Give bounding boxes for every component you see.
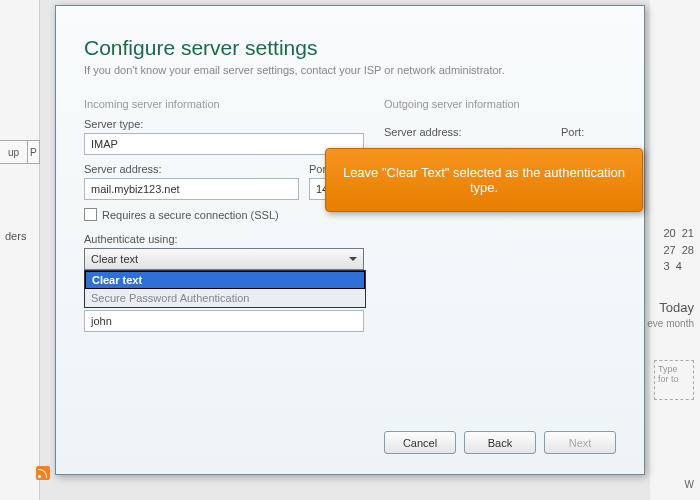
bg-text-ders: ders xyxy=(0,230,26,242)
outgoing-column: Outgoing server information Server addre… xyxy=(384,98,616,332)
server-address-field[interactable] xyxy=(84,178,299,200)
bg-tab-up: up xyxy=(0,140,28,164)
configure-server-dialog: Configure server settings If you don't k… xyxy=(55,5,645,475)
calendar-fragment: 2021 2728 34 xyxy=(664,225,695,275)
server-type-label: Server type: xyxy=(84,118,364,130)
dropdown-item-spa[interactable]: Secure Password Authentication xyxy=(85,289,365,307)
dropdown-item-clear-text[interactable]: Clear text xyxy=(85,271,365,289)
today-heading: Today xyxy=(659,300,694,315)
server-address-label: Server address: xyxy=(84,163,299,175)
authenticate-dropdown[interactable]: Clear text Clear text Secure Password Au… xyxy=(84,248,364,270)
rss-icon xyxy=(36,466,50,480)
background-sidebar-left xyxy=(0,0,40,500)
out-port-label: Port: xyxy=(561,126,616,138)
dialog-title: Configure server settings xyxy=(84,36,616,60)
chevron-down-icon xyxy=(349,257,357,261)
incoming-column: Incoming server information Server type:… xyxy=(84,98,364,332)
outgoing-header: Outgoing server information xyxy=(384,98,616,110)
logon-id-field[interactable] xyxy=(84,310,364,332)
cal-day: 20 xyxy=(664,225,676,242)
dropdown-list: Clear text Secure Password Authenticatio… xyxy=(84,270,366,308)
callout-text: Leave "Clear Text" selected as the authe… xyxy=(342,165,626,195)
cal-day: 21 xyxy=(682,225,694,242)
next-button: Next xyxy=(544,431,616,454)
server-type-field[interactable] xyxy=(84,133,364,155)
tutorial-callout: Leave "Clear Text" selected as the authe… xyxy=(325,148,643,212)
cal-day: 4 xyxy=(676,258,682,275)
out-server-address-label: Server address: xyxy=(384,126,551,138)
bg-tab-p: P xyxy=(28,140,40,164)
bg-w-text: W xyxy=(685,479,694,490)
dialog-subtitle: If you don't know your email server sett… xyxy=(84,64,616,76)
cal-day: 28 xyxy=(682,242,694,259)
cancel-button[interactable]: Cancel xyxy=(384,431,456,454)
cal-day: 27 xyxy=(664,242,676,259)
cal-day: 3 xyxy=(664,258,670,275)
ssl-checkbox-row[interactable]: Requires a secure connection (SSL) xyxy=(84,208,364,221)
ssl-checkbox[interactable] xyxy=(84,208,97,221)
dialog-button-row: Cancel Back Next xyxy=(384,431,616,454)
authenticate-label: Authenticate using: xyxy=(84,233,364,245)
dropdown-selected-text: Clear text xyxy=(91,253,138,265)
type-prompt-box: Type for to xyxy=(654,360,694,400)
back-button[interactable]: Back xyxy=(464,431,536,454)
incoming-header: Incoming server information xyxy=(84,98,364,110)
ssl-label: Requires a secure connection (SSL) xyxy=(102,209,279,221)
